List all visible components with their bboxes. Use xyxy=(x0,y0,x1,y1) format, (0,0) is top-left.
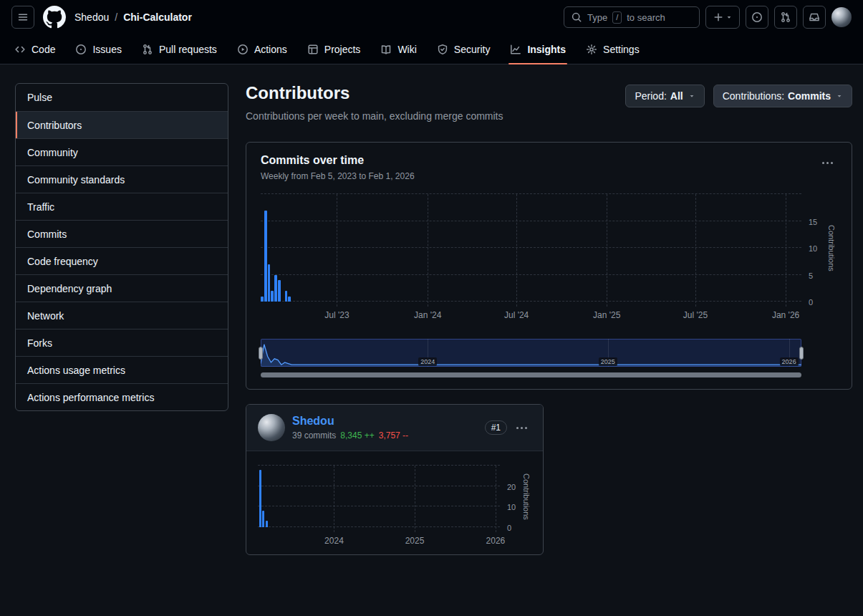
sidebar-item-dependency-graph[interactable]: Dependency graph xyxy=(16,274,228,302)
sidebar-item-network[interactable]: Network xyxy=(16,302,228,329)
card-title: Commits over time xyxy=(261,154,415,167)
sidebar-item-community-standards[interactable]: Community standards xyxy=(16,165,228,193)
chart-x-axis: Jul '23Jan '24Jul '24Jan '25Jul '25Jan '… xyxy=(261,302,801,320)
commit-bar[interactable] xyxy=(274,275,277,302)
kebab-dot xyxy=(525,427,527,429)
breadcrumb-separator: / xyxy=(115,11,117,23)
sidebar-item-traffic[interactable]: Traffic xyxy=(16,193,228,220)
sidebar-item-forks[interactable]: Forks xyxy=(16,329,228,356)
x-tick-label: Jul '23 xyxy=(324,310,349,320)
tab-pull-requests[interactable]: Pull requests xyxy=(135,34,224,64)
commit-bar[interactable] xyxy=(271,291,274,302)
card-subtitle: Weekly from Feb 5, 2023 to Feb 1, 2026 xyxy=(261,171,415,181)
gridline-horizontal xyxy=(258,465,500,466)
sidebar-item-code-frequency[interactable]: Code frequency xyxy=(16,247,228,274)
sidebar-item-community[interactable]: Community xyxy=(16,138,228,165)
chart-y-axis-title: Contributions xyxy=(521,466,531,527)
search-input[interactable]: Type / to search xyxy=(564,6,700,28)
contributor-card-header: Shedou 39 commits 8,345 ++ 3,757 -- #1 xyxy=(246,405,543,451)
chart-plot-area xyxy=(261,194,801,302)
hamburger-menu-button[interactable] xyxy=(11,6,34,29)
chart-scrollbar[interactable] xyxy=(261,372,801,377)
sidebar-item-label: Actions usage metrics xyxy=(27,365,125,376)
git-pull-request-icon xyxy=(780,11,791,23)
git-pull-request-icon xyxy=(142,44,153,55)
contributor-card: Shedou 39 commits 8,345 ++ 3,757 -- #1 xyxy=(246,404,544,555)
commit-bar[interactable] xyxy=(259,470,261,527)
commit-bar[interactable] xyxy=(268,264,271,302)
commit-bar[interactable] xyxy=(262,511,264,527)
sidebar-item-label: Dependency graph xyxy=(27,283,112,294)
sidebar-item-label: Actions performance metrics xyxy=(27,392,154,403)
commit-bar[interactable] xyxy=(285,291,288,302)
sidebar-item-label: Commits xyxy=(27,228,67,240)
tab-projects[interactable]: Projects xyxy=(300,34,368,64)
breadcrumb-repo-link[interactable]: Chi-Calculator xyxy=(123,11,192,23)
issues-dashboard-button[interactable] xyxy=(746,6,768,29)
slash-key-hint: / xyxy=(612,11,622,24)
sidebar-item-actions-performance-metrics[interactable]: Actions performance metrics xyxy=(16,383,228,410)
commit-bar[interactable] xyxy=(266,521,268,527)
tab-actions[interactable]: Actions xyxy=(230,34,294,64)
chart-y-axis-title: Contributions xyxy=(826,194,837,302)
contributor-avatar[interactable] xyxy=(258,414,285,441)
gridline-horizontal xyxy=(261,274,801,275)
contributor-name-link[interactable]: Shedou xyxy=(292,415,408,428)
timeline-brush[interactable]: 202420252026 xyxy=(261,339,801,367)
period-filter-value: All xyxy=(670,90,683,102)
brush-handle-left[interactable] xyxy=(259,347,263,360)
commit-bar[interactable] xyxy=(288,297,291,302)
contributor-additions: 8,345 ++ xyxy=(340,430,374,441)
period-filter-button[interactable]: Period: All xyxy=(625,85,704,107)
insights-sidebar: PulseContributorsCommunityCommunity stan… xyxy=(15,83,228,411)
brush-selection[interactable] xyxy=(261,339,801,367)
y-tick-label: 0 xyxy=(507,524,511,532)
gridline-horizontal xyxy=(261,247,801,248)
commit-bar[interactable] xyxy=(264,211,267,302)
tab-code[interactable]: Code xyxy=(7,34,62,64)
inbox-button[interactable] xyxy=(803,6,826,29)
tab-security[interactable]: Security xyxy=(430,34,498,64)
search-icon xyxy=(571,11,582,23)
pull-requests-dashboard-button[interactable] xyxy=(774,6,797,29)
contributions-filter-label: Contributions: xyxy=(723,90,784,102)
brush-handle-right[interactable] xyxy=(799,347,804,360)
contributions-filter-value: Commits xyxy=(788,90,831,102)
contributor-menu-button[interactable] xyxy=(511,419,531,436)
gridline-vertical xyxy=(496,466,496,532)
github-mark-icon xyxy=(43,6,66,29)
x-tick-label: Jul '24 xyxy=(504,310,529,320)
sidebar-item-commits[interactable]: Commits xyxy=(16,220,228,247)
commit-bar[interactable] xyxy=(278,280,281,302)
brush-year-label: 2026 xyxy=(780,357,799,366)
breadcrumb-owner-link[interactable]: Shedou xyxy=(74,11,109,23)
sidebar-item-label: Traffic xyxy=(27,201,54,213)
sidebar-item-actions-usage-metrics[interactable]: Actions usage metrics xyxy=(16,356,228,383)
main-panel: Contributors Contributions per week to m… xyxy=(246,83,852,555)
contributions-filter-button[interactable]: Contributions: Commits xyxy=(713,85,852,107)
tab-settings[interactable]: Settings xyxy=(579,34,647,64)
tab-insights[interactable]: Insights xyxy=(503,34,573,64)
create-new-button[interactable] xyxy=(705,6,740,29)
sidebar-item-label: Contributors xyxy=(27,120,82,131)
shield-icon xyxy=(437,44,448,55)
contributor-card-actions: #1 xyxy=(485,419,531,436)
tab-label: Issues xyxy=(92,44,121,55)
commit-bar[interactable] xyxy=(261,297,264,302)
github-logo[interactable] xyxy=(43,6,66,29)
x-tick-label: Jan '25 xyxy=(593,310,620,320)
scrollbar-thumb[interactable] xyxy=(261,372,801,377)
play-icon xyxy=(237,44,249,55)
gridline-vertical xyxy=(337,194,337,307)
user-avatar[interactable] xyxy=(831,7,852,27)
y-tick-label: 10 xyxy=(507,503,516,511)
kebab-dot xyxy=(826,162,829,164)
gridline-vertical xyxy=(695,194,696,307)
tab-label: Wiki xyxy=(397,44,416,55)
tab-wiki[interactable]: Wiki xyxy=(373,34,423,64)
card-menu-button[interactable] xyxy=(817,154,837,171)
tab-issues[interactable]: Issues xyxy=(68,34,128,64)
sidebar-item-contributors[interactable]: Contributors xyxy=(16,111,228,138)
sidebar-item-pulse[interactable]: Pulse xyxy=(16,84,228,111)
page-subtitle: Contributions per week to main, excludin… xyxy=(246,110,503,122)
